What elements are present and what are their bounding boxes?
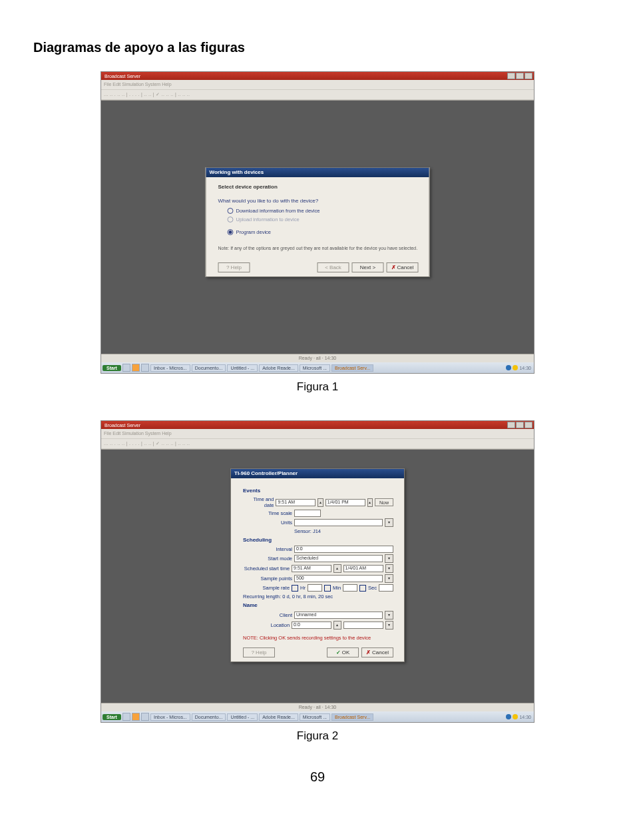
dialog-button-row: ? Help ✓OK ✗Cancel bbox=[243, 647, 393, 657]
spinner[interactable]: ▴ bbox=[367, 498, 373, 507]
dropdown-icon[interactable]: ▾ bbox=[385, 554, 393, 563]
location2-input[interactable] bbox=[343, 622, 383, 629]
scheduled-date-input[interactable]: 1/4/01 AM bbox=[343, 565, 383, 572]
sec-label: Sec bbox=[368, 585, 377, 591]
start-mode-label: Start mode bbox=[243, 556, 292, 562]
location-label: Location bbox=[243, 622, 290, 628]
tray-clock: 14:30 bbox=[519, 715, 531, 719]
tray-icon[interactable] bbox=[513, 714, 518, 719]
cancel-button[interactable]: ✗Cancel bbox=[387, 262, 419, 272]
sensor-label: Sensor: J14 bbox=[294, 528, 321, 534]
task-item[interactable]: Microsoft ... bbox=[300, 364, 330, 372]
close-button[interactable] bbox=[525, 73, 532, 79]
titlebar: Broadcast Server bbox=[101, 421, 534, 429]
dialog-button-row: ? Help < Back Next > ✗Cancel bbox=[218, 262, 419, 272]
next-button[interactable]: Next > bbox=[352, 262, 384, 272]
statusbar: Ready · all · 14:30 bbox=[101, 703, 534, 711]
menubar[interactable]: File Edit Simulation System Help bbox=[101, 429, 534, 439]
date-input[interactable]: 1/4/01 PM bbox=[325, 499, 365, 506]
time-scale-input[interactable] bbox=[294, 510, 321, 517]
quicklaunch-icon[interactable] bbox=[122, 713, 130, 721]
spinner[interactable]: ▴ bbox=[318, 498, 323, 507]
dropdown-icon[interactable]: ▾ bbox=[385, 518, 393, 527]
taskbar[interactable]: Start Inbox - Micros... Documento... Unt… bbox=[101, 362, 534, 373]
close-button[interactable] bbox=[525, 422, 532, 428]
location-field: Location 0:0 ▴ ▾ bbox=[243, 621, 393, 630]
quicklaunch-icon[interactable] bbox=[141, 713, 149, 721]
scheduled-time-input[interactable]: 9:51 AM bbox=[292, 565, 331, 572]
sec-input[interactable] bbox=[379, 584, 393, 592]
location-input[interactable]: 0:0 bbox=[292, 622, 331, 629]
help-button[interactable]: ? Help bbox=[218, 262, 250, 272]
maximize-button[interactable] bbox=[516, 422, 524, 428]
sample-rate-field: Sample rate Hr Min Sec bbox=[243, 584, 393, 592]
task-item-active[interactable]: Broadcast Serv... bbox=[331, 713, 373, 721]
dropdown-icon[interactable]: ▾ bbox=[385, 564, 393, 573]
tray-icon[interactable] bbox=[506, 365, 511, 370]
task-item[interactable]: Adobe Reade... bbox=[259, 364, 298, 372]
task-item[interactable]: Inbox - Micros... bbox=[150, 713, 190, 721]
time-input[interactable]: 9:51 AM bbox=[276, 499, 316, 506]
sample-rate-label: Sample rate bbox=[243, 585, 290, 591]
cancel-button[interactable]: ✗Cancel bbox=[361, 647, 393, 657]
time-date-label: Time and date bbox=[243, 496, 274, 508]
workarea: TI-960 Controller/Planner Events Time an… bbox=[101, 449, 534, 703]
statusbar: Ready · all · 14:30 bbox=[101, 354, 534, 362]
client-label: Client bbox=[243, 612, 292, 618]
task-item[interactable]: Untitled - ... bbox=[227, 364, 258, 372]
radio-program[interactable]: Program device bbox=[228, 229, 419, 235]
dropdown-icon[interactable]: ▾ bbox=[385, 574, 393, 583]
units-input[interactable] bbox=[294, 519, 383, 526]
task-item[interactable]: Documento... bbox=[192, 713, 226, 721]
task-item[interactable]: Documento... bbox=[192, 364, 226, 372]
recurring-length: Recurring length: 0 d, 0 hr, 8 min, 20 s… bbox=[243, 594, 393, 600]
system-tray[interactable]: 14:30 bbox=[506, 365, 532, 370]
min-input[interactable] bbox=[343, 584, 357, 592]
start-button[interactable]: Start bbox=[103, 714, 121, 720]
tray-clock: 14:30 bbox=[519, 366, 531, 370]
quicklaunch-icon[interactable] bbox=[132, 364, 140, 372]
quicklaunch-icon[interactable] bbox=[141, 364, 149, 372]
start-button[interactable]: Start bbox=[103, 365, 121, 371]
sample-points-input[interactable]: 500 bbox=[294, 575, 383, 582]
minimize-button[interactable] bbox=[507, 73, 515, 79]
checkbox-sec[interactable] bbox=[359, 585, 366, 592]
ok-button[interactable]: ✓OK bbox=[327, 647, 359, 657]
task-item[interactable]: Untitled - ... bbox=[227, 713, 258, 721]
now-button[interactable]: Now bbox=[375, 498, 393, 506]
client-input[interactable]: Unnamed bbox=[294, 612, 383, 619]
spinner[interactable]: ▴ bbox=[333, 564, 341, 573]
app-title: Broadcast Server bbox=[103, 423, 507, 428]
help-button[interactable]: ? Help bbox=[243, 647, 275, 657]
interval-input[interactable]: 0:0 bbox=[294, 546, 393, 553]
tray-icon[interactable] bbox=[506, 714, 511, 719]
checkbox-hr[interactable] bbox=[292, 585, 298, 592]
figure-2: Broadcast Server File Edit Simulation Sy… bbox=[33, 420, 602, 743]
sample-points-field: Sample points 500 ▾ bbox=[243, 574, 393, 583]
system-tray[interactable]: 14:30 bbox=[506, 714, 532, 719]
spinner[interactable]: ▴ bbox=[333, 621, 341, 630]
radio-download[interactable]: Download information from the device bbox=[228, 208, 419, 214]
dropdown-icon[interactable]: ▾ bbox=[385, 611, 393, 620]
dropdown-icon[interactable]: ▾ bbox=[385, 621, 393, 630]
workarea: Working with devices Select device opera… bbox=[101, 100, 534, 354]
task-item[interactable]: Adobe Reade... bbox=[259, 713, 298, 721]
quicklaunch-icon[interactable] bbox=[122, 364, 130, 372]
task-item-active[interactable]: Broadcast Serv... bbox=[331, 364, 373, 372]
menubar[interactable]: File Edit Simulation System Help bbox=[101, 80, 534, 90]
start-mode-input[interactable]: Scheduled bbox=[294, 555, 383, 562]
toolbar[interactable]: ... .. . .. .. | . . . . | .. .. | ✓ .. … bbox=[101, 439, 534, 449]
task-item[interactable]: Inbox - Micros... bbox=[150, 364, 190, 372]
hr-input[interactable] bbox=[308, 584, 322, 592]
quicklaunch-icon[interactable] bbox=[132, 713, 140, 721]
tray-icon[interactable] bbox=[513, 365, 518, 370]
toolbar[interactable]: ... .. . .. .. | . . . . | .. .. | ✓ .. … bbox=[101, 90, 534, 100]
page-title: Diagramas de apoyo a las figuras bbox=[33, 40, 602, 55]
checkbox-min[interactable] bbox=[324, 585, 331, 592]
task-item[interactable]: Microsoft ... bbox=[300, 713, 330, 721]
radio-download-label: Download information from the device bbox=[236, 208, 320, 214]
maximize-button[interactable] bbox=[516, 73, 524, 79]
taskbar[interactable]: Start Inbox - Micros... Documento... Unt… bbox=[101, 711, 534, 722]
minimize-button[interactable] bbox=[507, 422, 515, 428]
controller-dialog: TI-960 Controller/Planner Events Time an… bbox=[230, 468, 405, 662]
